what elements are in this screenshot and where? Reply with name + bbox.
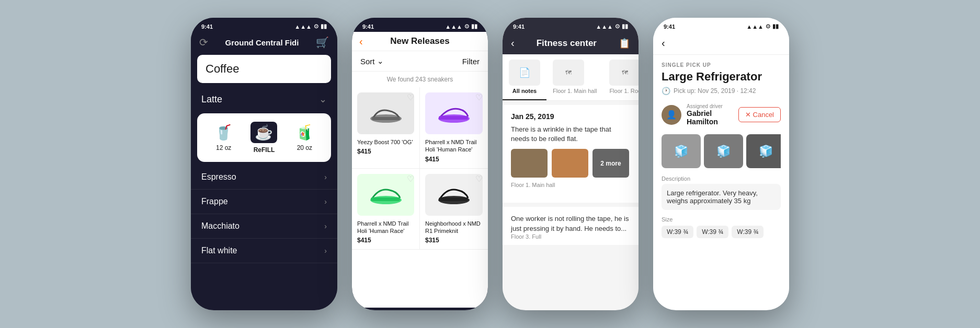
size-refill[interactable]: ☕ ReFILL [250, 122, 277, 154]
latte-dropdown[interactable]: Latte ⌄ [191, 88, 337, 110]
sort-label: Sort [360, 57, 375, 66]
tab-floor1-main[interactable]: 🗺 Floor 1. Main hall [546, 54, 603, 100]
tab-all-notes[interactable]: 📄 All notes [503, 54, 546, 100]
sneakers-app-phone: 9:41 ▲▲▲ ⊙ ▮▮ ‹ New Releases Sort ⌄ Filt… [352, 18, 488, 310]
heart-icon-3[interactable]: ♡ [407, 174, 414, 184]
delivery-header: ‹ [653, 32, 789, 55]
fitness-body: ‹ Fitness center 📋 📄 All notes 🗺 Floor 1… [503, 32, 639, 308]
sneaker-name-2: Pharrell x NMD Trail Holi 'Human Race' [425, 138, 483, 154]
sneaker-image-2 [425, 92, 483, 134]
pickup-date: Pick up: Nov 25, 2019 · 12:42 [674, 87, 756, 95]
chevron-down-icon: ⌄ [377, 56, 384, 66]
tab-floor1-main-label: Floor 1. Main hall [553, 88, 597, 94]
driver-avatar: 👤 [662, 105, 681, 125]
flat-white-label: Flat white [201, 246, 237, 255]
size-12oz[interactable]: 🥤 12 oz [214, 124, 233, 151]
size-label: Size [662, 216, 781, 222]
signal-icon-2: ▲▲▲ [445, 24, 462, 30]
note-1: Jan 25, 2019 There is a wrinkle in the t… [503, 105, 639, 203]
back-button-4[interactable]: ‹ [662, 37, 665, 49]
tab-all-notes-label: All notes [509, 88, 540, 94]
sneaker-price-3: $415 [357, 237, 414, 244]
chevron-right-icon: › [324, 247, 327, 255]
size-tag-2[interactable]: W:39 ¾ [697, 226, 728, 238]
back-button-3[interactable]: ‹ [511, 37, 515, 49]
note-image-1 [511, 149, 548, 178]
status-icons-4: ▲▲▲ ⊙ ▮▮ [746, 23, 779, 30]
size-20oz[interactable]: 🧃 20 oz [295, 124, 314, 151]
sneaker-name-1: Yeezy Boost 700 'OG' [357, 138, 414, 146]
wifi-icon-4: ⊙ [766, 23, 770, 30]
cup-large-icon: 🧃 [295, 124, 314, 141]
wifi-icon-2: ⊙ [464, 23, 469, 30]
status-icons-1: ▲▲▲ ⊙ ▮▮ [294, 23, 327, 30]
heart-icon-1[interactable]: ♡ [407, 92, 414, 102]
sneakers-title: New Releases [390, 36, 449, 46]
status-time-4: 9:41 [664, 24, 675, 30]
chevron-right-icon: › [324, 222, 327, 230]
note-image-2 [552, 149, 588, 178]
sneaker-card-3[interactable]: ♡ Pharrell x NMD Trail Holi 'Human Race'… [352, 169, 420, 250]
battery-icon-4: ▮▮ [772, 23, 779, 30]
signal-icon-3: ▲▲▲ [596, 24, 613, 30]
x-icon: ✕ [745, 111, 751, 119]
sneaker-price-1: $415 [357, 148, 414, 155]
sneaker-card-1[interactable]: ♡ Yeezy Boost 700 'OG' $415 [352, 87, 420, 169]
chevron-down-icon: ⌄ [319, 93, 327, 105]
sort-filter-bar: Sort ⌄ Filter [352, 51, 488, 72]
note-1-text: There is a wrinkle in the tape that need… [511, 125, 630, 144]
wifi-icon-3: ⊙ [615, 23, 620, 30]
filter-button[interactable]: Filter [462, 57, 480, 66]
macchiato-label: Macchiato [201, 221, 240, 231]
menu-item-macchiato[interactable]: Macchiato › [191, 214, 337, 239]
delivery-app-phone: 9:41 ▲▲▲ ⊙ ▮▮ ‹ SINGLE PICK UP Large Ref… [653, 18, 789, 310]
description-text: Large refrigerator. Very heavy, weighs a… [662, 184, 781, 210]
status-bar-1: 9:41 ▲▲▲ ⊙ ▮▮ [191, 18, 337, 32]
cup-small-icon: 🥤 [214, 124, 233, 141]
back-button[interactable]: ‹ [359, 36, 363, 48]
note-more-button[interactable]: 2 more [592, 149, 629, 178]
search-value: Coffee [206, 62, 239, 75]
note-1-date: Jan 25, 2019 [511, 112, 630, 121]
heart-icon-2[interactable]: ♡ [475, 92, 483, 102]
svg-rect-7 [439, 197, 468, 201]
cart-icon[interactable]: 🛒 [316, 36, 329, 49]
sneakers-header: ‹ New Releases [352, 32, 488, 51]
sneaker-name-4: Neighborhood x NMD R1 Primeknit [425, 220, 483, 235]
note-1-location: Floor 1. Main hall [511, 182, 630, 188]
menu-item-flat-white[interactable]: Flat white › [191, 239, 337, 263]
store-title: Ground Central Fidi [225, 38, 299, 47]
menu-item-espresso[interactable]: Espresso › [191, 165, 337, 190]
cancel-button[interactable]: ✕ Cancel [738, 107, 781, 122]
menu-item-frappe[interactable]: Frappe › [191, 190, 337, 214]
sort-button[interactable]: Sort ⌄ [360, 56, 384, 66]
tab-floor1-rooms[interactable]: 🗺 Floor 1. Rooms [603, 54, 639, 100]
status-time-2: 9:41 [362, 24, 374, 30]
size-tag-1[interactable]: W:39 ¾ [662, 226, 693, 238]
sneaker-card-2[interactable]: ♡ Pharrell x NMD Trail Holi 'Human Race'… [420, 87, 488, 169]
status-icons-3: ▲▲▲ ⊙ ▮▮ [596, 23, 628, 30]
wifi-icon: ⊙ [314, 23, 318, 30]
sneaker-image-1 [357, 92, 414, 134]
assigned-label: Assigned driver [687, 103, 733, 109]
driver-section: 👤 Assigned driver Gabriel Hamilton ✕ Can… [662, 103, 781, 126]
note-2-text: One worker is not rolling the tape, he i… [511, 214, 630, 233]
sneaker-name-3: Pharrell x NMD Trail Holi 'Human Race' [357, 220, 414, 235]
status-bar-2: 9:41 ▲▲▲ ⊙ ▮▮ [352, 18, 488, 32]
item-photos: 🧊 🧊 🧊 [662, 134, 781, 168]
heart-icon-4[interactable]: ♡ [475, 174, 483, 184]
battery-icon-2: ▮▮ [471, 23, 477, 30]
note-2: One worker is not rolling the tape, he i… [503, 207, 639, 244]
clipboard-icon[interactable]: 📋 [619, 38, 630, 49]
fitness-app-phone: 9:41 ▲▲▲ ⊙ ▮▮ ‹ Fitness center 📋 📄 All n… [503, 18, 639, 310]
size-tag-3[interactable]: W:39 ¾ [732, 226, 764, 238]
tab-floor1-rooms-label: Floor 1. Rooms [609, 88, 639, 94]
chevron-right-icon: › [324, 173, 327, 181]
cancel-label: Cancel [753, 111, 774, 119]
sneaker-price-2: $415 [425, 156, 483, 163]
note-more-label: 2 more [600, 160, 621, 167]
sneakers-body: ‹ New Releases Sort ⌄ Filter We found 24… [352, 32, 488, 308]
sneaker-grid: ♡ Yeezy Boost 700 'OG' $415 ♡ Pharrell x… [352, 87, 488, 250]
sneaker-card-4[interactable]: ♡ Neighborhood x NMD R1 Primeknit $315 [420, 169, 488, 250]
coffee-search-field[interactable]: Coffee [197, 55, 331, 83]
